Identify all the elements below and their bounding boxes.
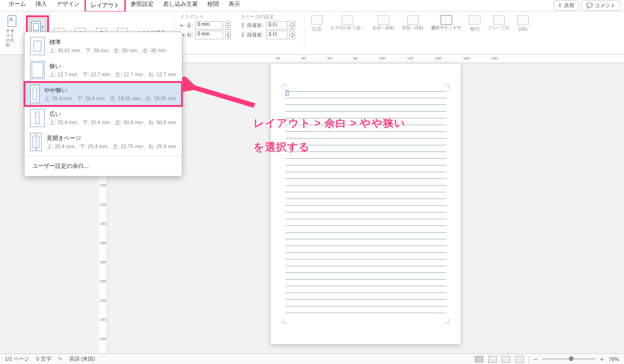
indent-left-spinner[interactable]: ▴▾ — [225, 21, 231, 30]
selection-pane-icon — [441, 15, 452, 25]
margin-option-moderate[interactable]: やや狭い上: 25.4 mm、下: 25.4 mm、左: 19.05 mm、右:… — [24, 82, 182, 106]
view-outline[interactable] — [502, 356, 510, 363]
comment-button[interactable]: 💬コメント — [582, 0, 620, 11]
margin-mirrored-title: 見開きページ — [47, 134, 176, 142]
menu-mailings[interactable]: 差し込み文書 — [158, 0, 203, 12]
wrap-label: 文字列の折り返し — [330, 26, 365, 31]
menu-layout[interactable]: レイアウト — [84, 0, 126, 12]
menu-view[interactable]: 表示 — [224, 0, 245, 12]
margin-corner-bl — [282, 318, 287, 323]
ruler-tick: 160 — [100, 241, 106, 245]
gridline — [285, 313, 446, 313]
gridline — [285, 212, 446, 212]
margins-dropdown: 標準上: 35.01 mm、下: 30 mm、左: 30 mm、右: 30 mm… — [24, 32, 182, 176]
indent-group: インデント ⇤ 左: 0 mm ▴▾ ⇥ 右: 0 mm ▴▾ — [175, 12, 236, 54]
text-direction-label: テキストの方向 — [6, 29, 18, 48]
status-words[interactable]: 0 文字 — [36, 355, 51, 363]
ruler-tick: 200 — [100, 279, 106, 283]
gridline — [285, 91, 446, 92]
text-direction-icon: A — [5, 14, 19, 28]
zoom-level[interactable]: 78% — [609, 356, 619, 362]
gridline — [285, 225, 446, 226]
annotation-line1: レイアウト > 余白 > やや狭い — [253, 116, 406, 130]
selection-pane-label: 選択ウインドウ — [431, 26, 461, 31]
gridline — [285, 98, 446, 98]
chevron-down-icon: ▾ — [42, 25, 44, 29]
indent-title: インデント — [180, 13, 231, 20]
position-label: 位置 — [312, 26, 322, 33]
status-page[interactable]: 1/1 ページ — [5, 355, 29, 363]
text-direction-button[interactable]: A テキストの方向 — [4, 13, 20, 49]
annotation-line2: を選択する — [253, 140, 310, 154]
gridline — [285, 239, 446, 239]
gridline — [285, 165, 446, 165]
zoom-in-button[interactable]: + — [600, 355, 604, 363]
spacing-after-icon: ↧ — [240, 32, 245, 38]
zoom-slider[interactable] — [542, 358, 595, 360]
indent-left-input[interactable]: 0 mm — [195, 21, 223, 30]
margin-narrow-icon — [30, 61, 45, 79]
indent-right-spinner[interactable]: ▴▾ — [225, 31, 231, 39]
forward-label: 前面へ移動 — [372, 26, 394, 31]
margins-icon — [31, 21, 41, 33]
margin-wide-title: 広い — [49, 110, 176, 118]
ruler-tick: 40 — [301, 56, 306, 60]
comment-label: コメント — [595, 2, 616, 9]
view-print-layout[interactable] — [475, 356, 483, 363]
group-label: グループ化 — [488, 26, 510, 31]
margin-mirrored-detail: 上: 25.4 mm、下: 25.4 mm、左: 31.75 mm、右: 25.… — [47, 143, 176, 150]
spacing-before-spinner[interactable]: ▴▾ — [289, 21, 295, 30]
margin-option-mirrored[interactable]: 見開きページ上: 25.4 mm、下: 25.4 mm、左: 31.75 mm、… — [24, 130, 182, 154]
margin-narrow-detail: 上: 12.7 mm、下: 12.7 mm、左: 12.7 mm、右: 12.7… — [49, 71, 176, 78]
margin-narrow-title: 狭い — [49, 62, 176, 70]
spacing-group: スペースの設定 ↥ 段落前: 0 行 ▴▾ ↧ 段落後: 0 行 ▴▾ — [236, 12, 300, 54]
horizontal-ruler[interactable]: 20406080100120140160180 — [108, 55, 624, 63]
spacing-after-label: 段落後: — [247, 32, 264, 38]
align-label: 整列 — [470, 26, 480, 33]
margin-normal-detail: 上: 35.01 mm、下: 30 mm、左: 30 mm、右: 30 mm — [49, 47, 166, 54]
margin-moderate-detail: 上: 25.4 mm、下: 25.4 mm、左: 19.05 mm、右: 19.… — [44, 95, 176, 102]
margin-option-normal[interactable]: 標準上: 35.01 mm、下: 30 mm、左: 30 mm、右: 30 mm — [24, 34, 182, 58]
bring-forward-button[interactable]: 前面へ移動 — [370, 14, 397, 54]
gridline — [285, 158, 446, 159]
spacing-after-spinner[interactable]: ▴▾ — [289, 31, 295, 39]
menu-references[interactable]: 参照設定 — [126, 0, 158, 12]
separator — [528, 356, 529, 363]
wrap-icon — [342, 15, 353, 25]
menu-design[interactable]: デザイン — [52, 0, 84, 12]
rotate-icon — [517, 15, 529, 25]
spacing-after-input[interactable]: 0 行 — [266, 31, 288, 39]
document-page[interactable] — [271, 63, 461, 344]
backward-icon — [407, 15, 419, 25]
ruler-tick: 140 — [100, 222, 106, 226]
margin-option-custom[interactable]: ユーザー設定の余白... — [24, 158, 182, 174]
margin-option-narrow[interactable]: 狭い上: 12.7 mm、下: 12.7 mm、左: 12.7 mm、右: 12… — [24, 58, 182, 82]
comment-icon: 💬 — [586, 2, 593, 9]
menu-insert[interactable]: 挿入 — [31, 0, 52, 12]
indent-right-input[interactable]: 0 mm — [195, 31, 223, 39]
status-language[interactable]: 英語 (米国) — [69, 355, 95, 363]
spacing-before-input[interactable]: 0 行 — [266, 21, 288, 30]
zoom-slider-knob[interactable] — [569, 356, 574, 361]
margin-moderate-title: やや狭い — [44, 86, 176, 94]
view-web-layout[interactable] — [488, 356, 497, 363]
zoom-out-button[interactable]: − — [534, 355, 538, 363]
position-icon — [311, 15, 323, 25]
share-button[interactable]: ⇪共有 — [553, 0, 579, 11]
gridline — [285, 279, 446, 280]
view-draft[interactable] — [515, 356, 524, 363]
selection-pane-button[interactable]: 選択ウインドウ — [428, 14, 464, 54]
align-button[interactable]: 整列 — [466, 14, 483, 54]
menu-review[interactable]: 校閲 — [203, 0, 224, 12]
menu-home[interactable]: ホーム — [4, 0, 31, 12]
position-button[interactable]: 位置 — [308, 14, 325, 54]
wrap-text-button[interactable]: 文字列の折り返し — [327, 14, 368, 54]
send-backward-button[interactable]: 背面へ移動 — [399, 14, 426, 54]
spellcheck-icon[interactable]: ✎ — [58, 356, 62, 362]
margin-corner-tr — [444, 84, 449, 89]
rotate-button[interactable]: 回転 — [515, 14, 532, 54]
group-button[interactable]: グループ化 — [485, 14, 513, 54]
margin-option-wide[interactable]: 広い上: 25.4 mm、下: 25.4 mm、左: 50.8 mm、右: 50… — [24, 106, 182, 130]
rotate-label: 回転 — [518, 26, 528, 33]
ruler-tick: 160 — [463, 56, 469, 60]
